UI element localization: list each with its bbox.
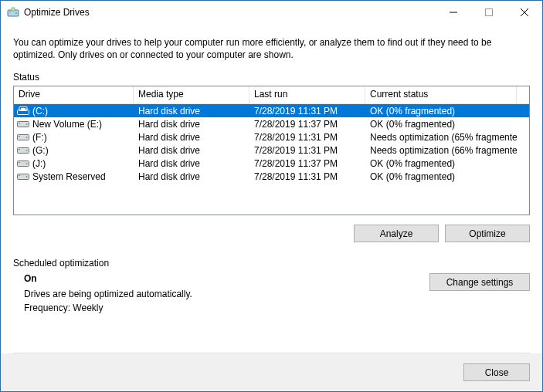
media-cell: Hard disk drive — [134, 104, 249, 117]
drive-cell: New Volume (E:) — [14, 117, 134, 130]
status-cell: OK (0% fragmented) — [365, 170, 517, 183]
lastrun-cell: 7/28/2019 11:37 PM — [249, 117, 365, 130]
drives-list[interactable]: Drive Media type Last run Current status… — [13, 86, 530, 215]
drive-cell: (F:) — [14, 130, 134, 144]
drive-name: (C:) — [32, 106, 48, 117]
lastrun-cell: 7/28/2019 11:37 PM — [249, 157, 365, 170]
svg-point-12 — [26, 123, 28, 125]
window-frame: Optimize Drives You can optimize your dr… — [0, 0, 543, 392]
svg-point-15 — [26, 137, 28, 138]
drive-name: (G:) — [32, 145, 49, 156]
table-row[interactable]: (F:)Hard disk drive7/28/2019 11:31 PMNee… — [14, 130, 529, 144]
drive-name: (J:) — [32, 158, 46, 169]
close-window-button[interactable] — [507, 1, 542, 24]
drive-cell: (G:) — [14, 144, 134, 157]
media-cell: Hard disk drive — [134, 130, 249, 144]
svg-rect-14 — [19, 136, 20, 137]
svg-point-21 — [26, 163, 28, 164]
description-text: You can optimize your drives to help you… — [13, 36, 530, 61]
footer: Close — [1, 353, 542, 391]
svg-rect-23 — [19, 175, 20, 176]
table-row[interactable]: (J:)Hard disk drive7/28/2019 11:37 PMOK … — [14, 157, 529, 170]
col-drive[interactable]: Drive — [14, 86, 134, 103]
drive-cell: (C:) — [14, 104, 134, 117]
status-cell: Needs optimization (65% fragmented) — [365, 130, 517, 144]
lastrun-cell: 7/28/2019 11:31 PM — [249, 144, 365, 157]
analyze-button[interactable]: Analyze — [354, 225, 439, 242]
hdd-icon — [17, 133, 29, 142]
col-current[interactable]: Current status — [365, 86, 517, 103]
col-lastrun[interactable]: Last run — [249, 86, 365, 103]
media-cell: Hard disk drive — [134, 117, 249, 130]
status-cell: Needs optimization (66% fragmented) — [365, 144, 517, 157]
system-drive-icon — [17, 106, 29, 116]
media-cell: Hard disk drive — [134, 170, 249, 183]
list-header: Drive Media type Last run Current status — [14, 86, 529, 104]
svg-rect-20 — [19, 162, 20, 163]
maximize-button[interactable] — [471, 1, 507, 24]
table-row[interactable]: New Volume (E:)Hard disk drive7/28/2019 … — [14, 117, 529, 130]
body: You can optimize your drives to help you… — [1, 24, 542, 353]
lastrun-cell: 7/28/2019 11:31 PM — [249, 104, 365, 117]
scheduled-desc: Drives are being optimized automatically… — [24, 289, 429, 299]
svg-rect-9 — [21, 108, 25, 110]
status-cell: OK (0% fragmented) — [365, 157, 517, 170]
hdd-icon — [17, 172, 29, 181]
status-cell: OK (0% fragmented) — [365, 104, 517, 117]
media-cell: Hard disk drive — [134, 144, 249, 157]
drive-name: New Volume (E:) — [32, 119, 102, 130]
scheduled-freq: Frequency: Weekly — [24, 302, 429, 313]
svg-rect-4 — [486, 9, 493, 16]
lastrun-cell: 7/28/2019 11:31 PM — [249, 130, 365, 144]
titlebar: Optimize Drives — [1, 1, 542, 24]
scheduled-state: On — [24, 273, 429, 284]
minimize-button[interactable] — [436, 1, 471, 24]
hdd-icon — [17, 159, 29, 168]
hdd-icon — [17, 146, 29, 155]
status-group-label: Status — [13, 72, 530, 83]
close-button[interactable]: Close — [463, 363, 530, 381]
hdd-icon — [17, 120, 29, 129]
media-cell: Hard disk drive — [134, 157, 249, 170]
svg-rect-1 — [9, 12, 11, 12]
change-settings-button[interactable]: Change settings — [429, 273, 530, 291]
scheduled-body: On Drives are being optimized automatica… — [13, 273, 530, 316]
table-row[interactable]: (C:)Hard disk drive7/28/2019 11:31 PMOK … — [14, 104, 529, 117]
action-buttons: Analyze Optimize — [13, 225, 530, 242]
optimize-button[interactable]: Optimize — [445, 225, 530, 242]
scheduled-group-label: Scheduled optimization — [13, 258, 530, 269]
table-row[interactable]: System ReservedHard disk drive7/28/2019 … — [14, 170, 529, 183]
drive-name: (F:) — [32, 132, 47, 143]
drive-name: System Reserved — [32, 171, 106, 182]
drive-cell: System Reserved — [14, 170, 134, 183]
app-icon — [7, 6, 19, 19]
svg-rect-11 — [19, 123, 20, 123]
svg-point-2 — [15, 12, 17, 14]
window-title: Optimize Drives — [24, 7, 436, 18]
col-spacer — [517, 86, 529, 103]
col-media[interactable]: Media type — [134, 86, 249, 103]
lastrun-cell: 7/28/2019 11:31 PM — [249, 170, 365, 183]
svg-rect-17 — [19, 149, 20, 150]
status-cell: OK (0% fragmented) — [365, 117, 517, 130]
svg-point-18 — [26, 150, 28, 151]
drive-cell: (J:) — [14, 157, 134, 170]
svg-point-24 — [26, 176, 28, 177]
table-row[interactable]: (G:)Hard disk drive7/28/2019 11:31 PMNee… — [14, 144, 529, 157]
